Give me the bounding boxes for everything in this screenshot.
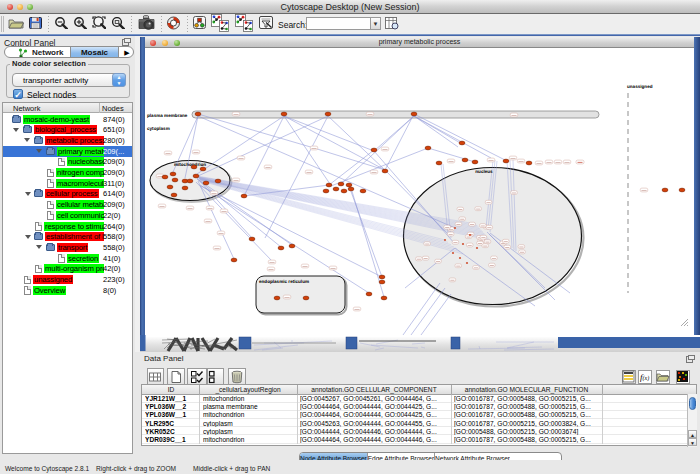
svg-text:nucleus: nucleus <box>475 169 493 174</box>
svg-text:f(x): f(x) <box>640 372 649 382</box>
svg-text:mitochondrion: mitochondrion <box>174 162 206 167</box>
svg-text:plasma membrane: plasma membrane <box>147 113 188 118</box>
svg-text:unassigned: unassigned <box>627 84 653 89</box>
svg-text:cytoplasm: cytoplasm <box>147 126 170 131</box>
svg-text:endoplasmic reticulum: endoplasmic reticulum <box>259 279 309 284</box>
